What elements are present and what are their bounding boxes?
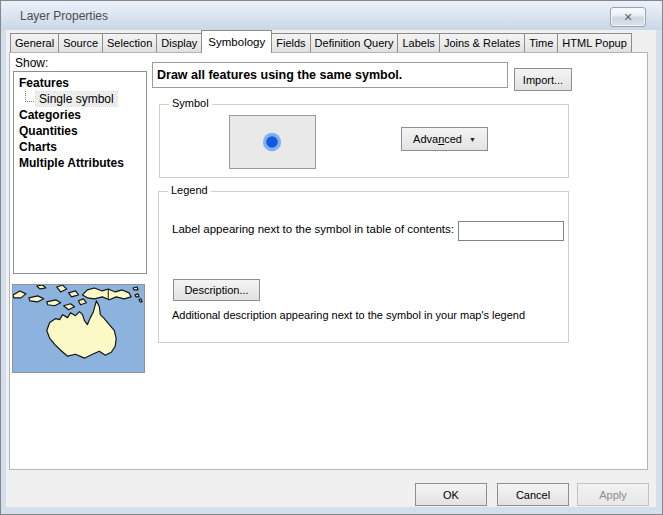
advanced-button[interactable]: Advanced ▼	[401, 127, 488, 151]
symbol-group: Symbol Advanced ▼	[159, 104, 569, 178]
show-item-charts[interactable]: Charts	[14, 139, 146, 155]
tab-symbology[interactable]: Symbology	[201, 30, 272, 53]
tree-connector-icon	[25, 91, 34, 102]
show-item-quantities[interactable]: Quantities	[14, 123, 146, 139]
dialog-body: General Source Selection Display Symbolo…	[6, 30, 656, 507]
cancel-button[interactable]: Cancel	[497, 483, 569, 506]
tab-fields[interactable]: Fields	[271, 33, 310, 52]
legend-group: Legend Label appearing next to the symbo…	[158, 191, 569, 343]
apply-button[interactable]: Apply	[577, 483, 649, 506]
close-icon: ✕	[623, 11, 632, 23]
legend-label-input[interactable]	[458, 221, 564, 241]
tab-time[interactable]: Time	[524, 33, 558, 52]
legend-description-note: Additional description appearing next to…	[172, 309, 525, 321]
map-preview	[12, 284, 145, 373]
tab-selection[interactable]: Selection	[102, 33, 157, 52]
close-button[interactable]: ✕	[610, 7, 646, 27]
show-item-single-symbol[interactable]: Single symbol	[14, 91, 146, 107]
tab-source[interactable]: Source	[58, 33, 103, 52]
show-item-multiple-attributes[interactable]: Multiple Attributes	[14, 155, 146, 171]
show-list: Features Single symbol Categories Quanti…	[13, 71, 147, 274]
dropdown-arrow-icon: ▼	[469, 136, 476, 143]
ok-button[interactable]: OK	[415, 483, 487, 506]
point-symbol-icon	[230, 116, 315, 168]
show-label: Show:	[15, 56, 48, 70]
symbol-preview-button[interactable]	[229, 115, 316, 169]
legend-group-label: Legend	[168, 184, 211, 196]
tab-html-popup[interactable]: HTML Popup	[557, 33, 631, 52]
window-title: Layer Properties	[20, 9, 108, 23]
description-button[interactable]: Description...	[173, 279, 260, 301]
layer-properties-dialog: Layer Properties ✕ General Source Select…	[0, 0, 663, 515]
oceania-map-image	[13, 285, 144, 372]
legend-label-text: Label appearing next to the symbol in ta…	[172, 223, 454, 235]
method-description-box: Draw all features using the same symbol.	[152, 62, 508, 88]
tab-definition-query[interactable]: Definition Query	[310, 33, 399, 52]
method-description-text: Draw all features using the same symbol.	[153, 68, 402, 82]
show-item-features[interactable]: Features	[14, 75, 146, 91]
symbol-group-label: Symbol	[169, 97, 212, 109]
show-item-categories[interactable]: Categories	[14, 107, 146, 123]
tab-strip: General Source Selection Display Symbolo…	[10, 31, 631, 52]
tab-labels[interactable]: Labels	[397, 33, 439, 52]
tab-general[interactable]: General	[10, 33, 59, 52]
import-button[interactable]: Import...	[514, 68, 572, 91]
symbology-tab-page: Show: Features Single symbol Categories …	[9, 52, 648, 470]
title-bar[interactable]: Layer Properties ✕	[1, 1, 662, 30]
tab-display[interactable]: Display	[156, 33, 202, 52]
tab-joins-relates[interactable]: Joins & Relates	[439, 33, 525, 52]
